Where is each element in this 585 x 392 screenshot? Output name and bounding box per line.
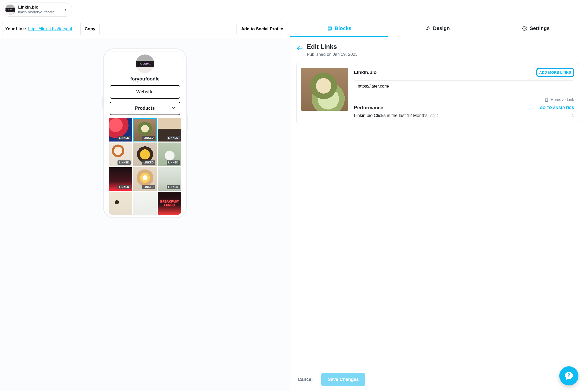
- account-title: Linkin.bio: [18, 5, 55, 10]
- remove-link-button[interactable]: Remove Link: [354, 97, 574, 102]
- back-arrow-icon[interactable]: [296, 43, 303, 53]
- tab-settings[interactable]: Settings: [487, 20, 585, 37]
- linked-tag: LINKED: [118, 160, 131, 165]
- cancel-button[interactable]: Cancel: [296, 377, 314, 382]
- performance-label: Performance: [354, 105, 383, 110]
- page-title: Edit Links: [307, 43, 358, 50]
- linked-tag: LINKED: [167, 136, 180, 140]
- tab-settings-label: Settings: [530, 25, 550, 31]
- your-link-label: Your Link:: [5, 26, 26, 32]
- linked-tag: LINKED: [142, 136, 155, 140]
- linked-tag: LINKED: [142, 160, 155, 165]
- clicks-label: Linkin.bio Clicks in the last 12 Months: [354, 113, 428, 118]
- your-link-url[interactable]: https://linkin.bio/foryoufoo...: [28, 26, 77, 32]
- grid-item[interactable]: LINKED: [158, 143, 181, 166]
- add-more-links-button[interactable]: ADD MORE LINKS: [536, 68, 574, 77]
- grid-item[interactable]: LINKED: [158, 118, 181, 142]
- chat-help-icon: [564, 371, 574, 381]
- grid-item[interactable]: LINKED: [158, 167, 181, 191]
- svg-point-4: [429, 28, 430, 28]
- svg-rect-0: [328, 27, 331, 27]
- grid-item[interactable]: [109, 192, 132, 215]
- grid-item[interactable]: BREAKFAST LUNCH: [158, 192, 181, 215]
- go-to-analytics-link[interactable]: GO TO ANALYTICS: [540, 106, 574, 110]
- tab-design[interactable]: Design: [388, 20, 487, 37]
- gear-icon: [522, 26, 527, 31]
- clicks-suffix: :: [437, 113, 438, 118]
- preview-products-label: Products: [135, 106, 155, 111]
- linked-tag: LINKED: [118, 136, 131, 140]
- neon-sign: BREAKFAST LUNCH: [158, 192, 181, 215]
- linked-tag: LINKED: [142, 185, 155, 189]
- svg-point-6: [524, 28, 525, 29]
- account-subtitle: linkin.bio/foryoufoodie: [18, 10, 55, 15]
- tab-blocks[interactable]: Blocks: [290, 20, 389, 37]
- help-icon[interactable]: ?: [430, 114, 434, 118]
- tab-design-label: Design: [433, 25, 450, 31]
- grid-item[interactable]: LINKED: [109, 143, 132, 166]
- link-source-label: Linkin.bio: [354, 70, 377, 75]
- svg-rect-1: [328, 28, 331, 29]
- linked-tag: LINKED: [118, 185, 131, 189]
- save-changes-button[interactable]: Save Changes: [321, 373, 365, 386]
- linked-tag: LINKED: [167, 160, 180, 165]
- chevron-down-icon: [171, 105, 176, 111]
- help-fab[interactable]: [559, 366, 578, 385]
- grid-item[interactable]: [133, 192, 157, 215]
- chevron-down-icon: ▼: [64, 8, 67, 11]
- clicks-value: 1: [572, 113, 574, 118]
- link-url-input[interactable]: [354, 80, 574, 92]
- add-to-social-profile-button[interactable]: Add to Social Profile: [236, 23, 288, 35]
- link-card: Linkin.bio ADD MORE LINKS Remove Link Pe…: [296, 63, 579, 123]
- preview-avatar: FOOD=♡: [136, 54, 154, 73]
- account-avatar: FOOD=♡: [5, 5, 15, 15]
- grid-item[interactable]: LINKED: [133, 143, 157, 166]
- avatar-text: FOOD=♡: [5, 5, 15, 15]
- svg-rect-2: [328, 29, 331, 30]
- linked-tag: LINKED: [167, 185, 180, 189]
- preview-username: foryoufoodie: [108, 76, 182, 82]
- grid-item[interactable]: LINKED: [133, 167, 157, 191]
- blocks-icon: [327, 26, 332, 31]
- tab-blocks-label: Blocks: [335, 25, 352, 31]
- divider: [354, 96, 574, 96]
- account-selector[interactable]: FOOD=♡ Linkin.bio linkin.bio/foryoufoodi…: [3, 3, 72, 17]
- preview-website-button[interactable]: Website: [110, 85, 180, 99]
- clicks-label-wrap: Linkin.bio Clicks in the last 12 Months …: [354, 113, 438, 118]
- copy-button[interactable]: Copy: [80, 23, 100, 35]
- your-link-box: Your Link: https://linkin.bio/foryoufoo.…: [2, 23, 80, 35]
- preview-image-grid: LINKED LINKED LINKED LINKED LINKED LINKE…: [108, 118, 182, 215]
- trash-icon: [544, 98, 549, 102]
- grid-item-selected[interactable]: LINKED: [133, 118, 157, 142]
- svg-point-3: [429, 27, 429, 27]
- page-subtitle: Published on Jan 19, 2023: [307, 52, 358, 57]
- grid-item[interactable]: LINKED: [109, 167, 132, 191]
- link-thumbnail: [301, 68, 348, 111]
- design-icon: [425, 26, 430, 31]
- preview-products-button[interactable]: Products: [110, 102, 180, 115]
- remove-link-label: Remove Link: [551, 97, 574, 102]
- phone-preview: FOOD=♡ foryoufoodie Website Products LIN…: [103, 48, 187, 218]
- svg-point-5: [428, 26, 429, 27]
- grid-item[interactable]: LINKED: [109, 118, 132, 142]
